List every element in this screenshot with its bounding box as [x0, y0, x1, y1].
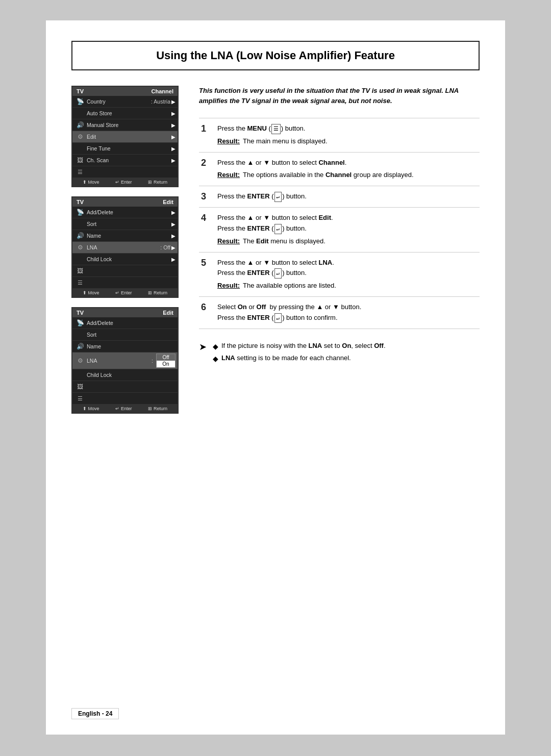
tv-menu-row: Sort — [72, 329, 178, 341]
blank-icon — [74, 109, 86, 118]
note-item-2: ◆ LNA setting is to be made for each cha… — [213, 352, 386, 365]
tv-menu-row: 📡 Add/Delete ▶ — [72, 207, 178, 218]
tv-screen-2-header: TV Edit — [72, 197, 178, 207]
tv-menu-row: ☰ — [72, 166, 178, 178]
step-content-5: Press the ▲ or ▼ button to select LNA. P… — [215, 252, 480, 296]
result-text-5: The available options are listed. — [243, 281, 336, 291]
tv-screen-1-footer: ⬆ Move ↵ Enter ⊞ Return — [72, 178, 178, 186]
step-row-3: 3 Press the ENTER (↵) button. — [199, 186, 480, 208]
content-wrapper: TV Channel 📡 Country : Austria ▶ Auto St… — [71, 86, 480, 414]
footer-return: ⊞ Return — [148, 180, 167, 185]
lna-option-on: On — [157, 361, 175, 367]
tv-menu-row: Auto Store ▶ — [72, 108, 178, 119]
bullet-2: ◆ — [213, 353, 218, 365]
tv-label-3: TV — [77, 310, 84, 316]
result-label-4: Result: — [217, 236, 240, 247]
settings-icon-2: ⚙ — [74, 243, 86, 252]
settings-icon: ⚙ — [74, 132, 86, 141]
intro-paragraph: This function is very useful in the situ… — [199, 86, 480, 106]
edit-label-3: Edit — [163, 310, 173, 316]
notes-section: ➤ ◆ If the picture is noisy with the LNA… — [199, 340, 480, 366]
step-instruction-6: Select On or Off by pressing the ▲ or ▼ … — [217, 302, 478, 323]
footer-move-3: ⬆ Move — [83, 406, 99, 411]
step-instruction-1: Press the MENU (☰) button. — [217, 123, 478, 134]
antenna-icon-3: 📡 — [74, 318, 86, 327]
notes-list: ◆ If the picture is noisy with the LNA s… — [213, 340, 386, 366]
page: Using the LNA (Low Noise Amplifier) Feat… — [46, 20, 505, 735]
step-content-4: Press the ▲ or ▼ button to select Edit. … — [215, 208, 480, 252]
note-item-1: ◆ If the picture is noisy with the LNA s… — [213, 340, 386, 353]
tv-menu-row: 🔊 Manual Store ▶ — [72, 119, 178, 131]
tv-screen-1: TV Channel 📡 Country : Austria ▶ Auto St… — [71, 86, 179, 187]
step-content-6: Select On or Off by pressing the ▲ or ▼ … — [215, 296, 480, 329]
lna-option-off: Off — [157, 354, 175, 361]
note-text-1: If the picture is noisy with the LNA set… — [221, 340, 386, 351]
tv-menu-row: Sort ▶ — [72, 218, 178, 230]
enter-symbol-6: ↵ — [274, 313, 282, 323]
tv-label-1: TV — [77, 88, 84, 94]
tv-label-2: TV — [77, 199, 84, 205]
step-num-1: 1 — [199, 118, 215, 153]
step-num-5: 5 — [199, 252, 215, 296]
result-text-4: The Edit menu is displayed. — [243, 236, 325, 247]
menu-symbol: ☰ — [271, 124, 281, 134]
tv-screen-3-header: TV Edit — [72, 308, 178, 317]
steps-table: 1 Press the MENU (☰) button. Result: The… — [199, 118, 480, 329]
step-num-2: 2 — [199, 152, 215, 186]
tv-menu-row: ☰ — [72, 277, 178, 289]
speaker-icon-3: 🔊 — [74, 342, 86, 351]
footer-return-2: ⊞ Return — [148, 290, 167, 295]
footer-enter-3: ↵ Enter — [115, 406, 132, 411]
result-text-1: The main menu is displayed. — [243, 136, 327, 147]
step-content-1: Press the MENU (☰) button. Result: The m… — [215, 118, 480, 153]
tv-menu-row-childlock: Child Lock ▶ — [72, 254, 178, 265]
step-content-2: Press the ▲ or ▼ button to select Channe… — [215, 152, 480, 186]
misc-icon-2: ☰ — [74, 278, 86, 287]
misc-icon: ☰ — [74, 167, 86, 177]
tv-menu-row: 🖼 — [72, 265, 178, 277]
lna-dropdown: Off On — [156, 354, 176, 368]
tv-menu-row-childlock2: Child Lock — [72, 369, 178, 381]
tv-screen-3-footer: ⬆ Move ↵ Enter ⊞ Return — [72, 405, 178, 413]
step-row-6: 6 Select On or Off by pressing the ▲ or … — [199, 296, 480, 329]
result-label-2: Result: — [217, 170, 240, 181]
step-num-4: 4 — [199, 208, 215, 252]
tv-menu-row: 📡 Country : Austria ▶ — [72, 96, 178, 108]
channel-label-1: Channel — [152, 88, 173, 94]
settings-icon-3: ⚙ — [74, 356, 86, 365]
tv-menu-row-lna-dropdown: ⚙ LNA : Off On — [72, 352, 178, 369]
step-row-1: 1 Press the MENU (☰) button. Result: The… — [199, 118, 480, 153]
bullet-1: ◆ — [213, 341, 218, 353]
right-column: This function is very useful in the situ… — [199, 86, 480, 414]
step-num-6: 6 — [199, 296, 215, 329]
step-instruction-3: Press the ENTER (↵) button. — [217, 191, 478, 202]
speaker-icon: 🔊 — [74, 120, 86, 130]
blank-icon-2 — [74, 144, 86, 153]
footer-move-2: ⬆ Move — [83, 290, 99, 295]
tv-menu-row: 🔊 Name ▶ — [72, 230, 178, 242]
footer-move: ⬆ Move — [83, 180, 99, 185]
blank-icon-4 — [74, 370, 86, 380]
enter-symbol-3: ↵ — [274, 192, 282, 202]
left-column: TV Channel 📡 Country : Austria ▶ Auto St… — [71, 86, 184, 414]
step-content-3: Press the ENTER (↵) button. — [215, 186, 480, 208]
step-result-1: Result: The main menu is displayed. — [217, 136, 478, 147]
tv-menu-row: Fine Tune ▶ — [72, 143, 178, 155]
tv-menu-row: 📡 Add/Delete — [72, 317, 178, 329]
result-text-2: The options available in the Channel gro… — [243, 170, 414, 181]
footer-enter-2: ↵ Enter — [115, 290, 132, 295]
tv-screen-2-footer: ⬆ Move ↵ Enter ⊞ Return — [72, 289, 178, 297]
picture-icon: 🖼 — [74, 156, 86, 165]
picture-icon-3: 🖼 — [74, 382, 86, 391]
antenna-icon: 📡 — [74, 97, 86, 106]
step-num-3: 3 — [199, 186, 215, 208]
tv-menu-row: ☰ — [72, 393, 178, 405]
edit-label-2: Edit — [163, 199, 173, 205]
enter-symbol-4: ↵ — [274, 224, 282, 234]
page-title: Using the LNA (Low Noise Amplifier) Feat… — [71, 41, 480, 70]
step-result-4: Result: The Edit menu is displayed. — [217, 236, 478, 247]
footer-enter: ↵ Enter — [115, 180, 132, 185]
step-result-5: Result: The available options are listed… — [217, 281, 478, 291]
step-instruction-5: Press the ▲ or ▼ button to select LNA. P… — [217, 258, 478, 279]
tv-menu-row: 🔊 Name — [72, 341, 178, 352]
